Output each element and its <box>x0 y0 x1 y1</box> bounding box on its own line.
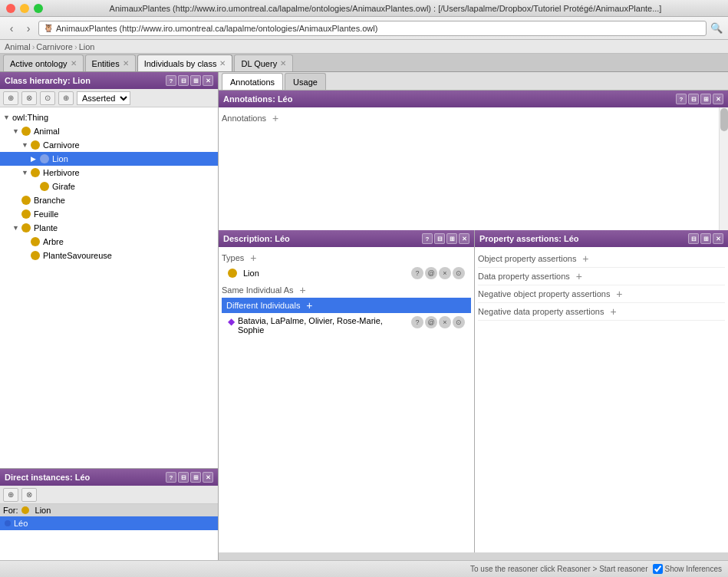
dot-branche <box>21 196 31 205</box>
back-button[interactable]: ‹ <box>5 21 18 35</box>
tree-item-lion[interactable]: ▶ Lion <box>0 152 218 166</box>
instances-list[interactable]: Léo <box>0 516 218 560</box>
breadcrumb-lion[interactable]: Lion <box>79 42 95 51</box>
class-hierarchy-icon-2[interactable]: ⊟ <box>178 75 189 86</box>
dot-plante-savoureuse <box>31 251 40 260</box>
asserted-select[interactable]: Asserted Inferred <box>77 91 130 105</box>
di-icon-4[interactable]: ✕ <box>203 472 213 483</box>
lion-type-at[interactable]: @ <box>425 267 437 279</box>
tree-item-plante[interactable]: ▼ Plante <box>0 221 218 235</box>
close-button[interactable] <box>6 4 15 13</box>
annotations-scrollbar-thumb[interactable] <box>720 108 728 131</box>
forward-button[interactable]: › <box>21 21 35 35</box>
tree-item-animal[interactable]: ▼ Animal <box>0 124 218 138</box>
tree-item-carnivore[interactable]: ▼ Carnivore <box>0 138 218 152</box>
diff-ind-question[interactable]: ? <box>411 316 423 328</box>
hierarchy-btn-3[interactable]: ⊙ <box>40 91 55 105</box>
neg-object-property-add-button[interactable]: + <box>613 288 625 300</box>
toggle-owl-thing[interactable]: ▼ <box>3 114 12 121</box>
tree-item-owl-thing[interactable]: ▼ owl:Thing <box>0 110 218 124</box>
tree-item-feuille[interactable]: ▶ Feuille <box>0 207 218 221</box>
class-hierarchy-icon-3[interactable]: ⊞ <box>190 75 201 86</box>
different-individuals-label: Different Individuals <box>226 301 300 310</box>
add-instance-button[interactable]: ⊕ <box>3 488 18 502</box>
diff-ind-delete[interactable]: × <box>439 316 451 328</box>
diff-ind-at[interactable]: @ <box>425 316 437 328</box>
address-box[interactable]: 🦉 AnimauxPlantes (http://www.iro.umontre… <box>38 21 707 36</box>
tree-item-branche[interactable]: ▶ Branche <box>0 193 218 207</box>
desc-icon-3[interactable]: ⊞ <box>446 233 457 244</box>
neg-data-property-add-button[interactable]: + <box>607 305 619 318</box>
object-property-add-button[interactable]: + <box>579 252 591 265</box>
search-button[interactable]: 🔍 <box>710 21 723 35</box>
ann-icon-1[interactable]: ? <box>676 94 687 104</box>
tab-dl-query[interactable]: DL Query ✕ <box>234 54 293 71</box>
delete-class-button[interactable]: ⊗ <box>21 91 37 105</box>
lion-type-delete[interactable]: × <box>439 267 451 279</box>
di-icon-3[interactable]: ⊞ <box>190 472 201 483</box>
tab-dl-query-close[interactable]: ✕ <box>280 59 286 68</box>
breadcrumb-carnivore[interactable]: Carnivore <box>36 42 73 51</box>
class-hierarchy-icon-1[interactable]: ? <box>166 75 176 86</box>
toggle-plante[interactable]: ▼ <box>12 224 21 232</box>
desc-icon-1[interactable]: ? <box>422 233 433 244</box>
instance-dot-leo <box>5 520 11 526</box>
tab-active-ontology-label: Active ontology <box>10 59 68 68</box>
add-class-button[interactable]: ⊕ <box>3 91 18 105</box>
tab-entities[interactable]: Entities ✕ <box>85 54 136 71</box>
types-add-button[interactable]: + <box>247 252 259 264</box>
tree-item-girafe[interactable]: ▶ Girafe <box>0 180 218 193</box>
different-individuals-add-button[interactable]: + <box>303 299 315 312</box>
sub-tab-usage[interactable]: Usage <box>285 73 326 90</box>
tree-item-arbre[interactable]: ▶ Arbre <box>0 235 218 249</box>
class-hierarchy-icon-4[interactable]: ✕ <box>203 75 213 86</box>
class-hierarchy-tree[interactable]: ▼ owl:Thing ▼ Animal ▼ Carnivore ▶ Lion <box>0 107 218 468</box>
minimize-button[interactable] <box>20 4 29 13</box>
toggle-carnivore[interactable]: ▼ <box>21 141 31 149</box>
tree-item-plante-savoureuse[interactable]: ▶ PlanteSavoureuse <box>0 249 218 262</box>
lion-type-gear[interactable]: ⊙ <box>453 267 465 279</box>
show-inferences-label[interactable]: Show Inferences <box>653 564 723 574</box>
instance-item-leo[interactable]: Léo <box>0 516 218 530</box>
prop-icon-3[interactable]: ✕ <box>713 233 723 244</box>
data-property-add-button[interactable]: + <box>573 270 585 282</box>
same-individual-add-button[interactable]: + <box>297 284 309 296</box>
desc-icon-4[interactable]: ✕ <box>459 233 469 244</box>
class-hierarchy-icons: ? ⊟ ⊞ ✕ <box>166 75 213 86</box>
tree-item-herbivore[interactable]: ▼ Herbivore <box>0 166 218 180</box>
tab-individuals-by-class[interactable]: Individuals by class ✕ <box>137 54 233 71</box>
tab-active-ontology-close[interactable]: ✕ <box>71 59 77 68</box>
tab-individuals-by-class-close[interactable]: ✕ <box>219 59 226 68</box>
addressbar: ‹ › 🦉 AnimauxPlantes (http://www.iro.umo… <box>0 17 728 40</box>
description-panel: Description: Léo ? ⊟ ⊞ ✕ Types + <box>219 230 475 552</box>
dot-girafe <box>40 182 49 191</box>
annotations-header: Annotations: Léo ? ⊟ ⊞ ✕ <box>219 91 728 107</box>
toggle-herbivore[interactable]: ▼ <box>21 169 31 176</box>
sub-tab-annotations[interactable]: Annotations <box>222 73 283 90</box>
class-hierarchy-header: Class hierarchy: Lion ? ⊟ ⊞ ✕ <box>0 72 218 89</box>
hierarchy-btn-4[interactable]: ⊕ <box>58 91 74 105</box>
lion-type-question[interactable]: ? <box>411 267 423 279</box>
ann-icon-4[interactable]: ✕ <box>713 94 723 104</box>
tab-active-ontology[interactable]: Active ontology ✕ <box>3 54 84 71</box>
di-icon-2[interactable]: ⊟ <box>178 472 189 483</box>
breadcrumb-animal[interactable]: Animal <box>5 42 31 51</box>
toggle-lion[interactable]: ▶ <box>31 155 40 163</box>
toggle-animal[interactable]: ▼ <box>12 127 21 135</box>
delete-instance-button[interactable]: ⊗ <box>21 488 37 502</box>
annotations-scrollbar[interactable] <box>719 107 728 230</box>
di-icon-1[interactable]: ? <box>166 472 176 483</box>
diff-ind-gear[interactable]: ⊙ <box>453 316 465 328</box>
ann-icon-3[interactable]: ⊞ <box>700 94 711 104</box>
maximize-button[interactable] <box>34 4 43 13</box>
prop-icon-2[interactable]: ⊞ <box>700 233 711 244</box>
prop-icon-1[interactable]: ⊟ <box>688 233 699 244</box>
window-buttons <box>6 4 43 13</box>
tab-entities-close[interactable]: ✕ <box>123 59 129 68</box>
show-inferences-checkbox[interactable] <box>653 564 663 574</box>
ann-icon-2[interactable]: ⊟ <box>688 94 699 104</box>
prop-icons: ⊟ ⊞ ✕ <box>688 233 723 244</box>
lion-type-dot <box>228 269 237 278</box>
desc-icon-2[interactable]: ⊟ <box>434 233 445 244</box>
annotations-add-button[interactable]: + <box>269 112 282 124</box>
